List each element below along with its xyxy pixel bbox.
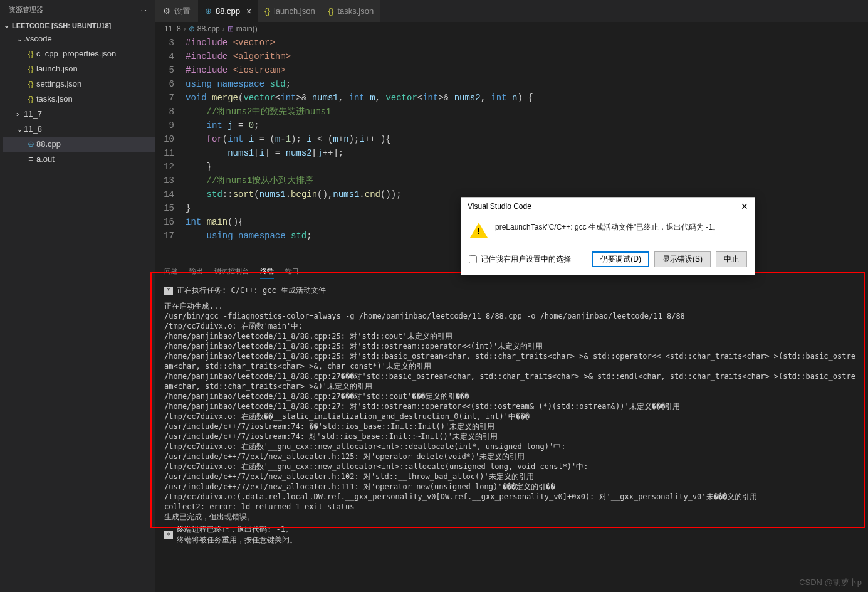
task-badge-icon: * [164,287,173,295]
terminal-line: /tmp/cc7duivx.o: 在函数'__gnu_cxx::new_allo… [164,441,859,452]
checkbox-input[interactable] [469,255,477,263]
tree-item-tasks-json[interactable]: {}tasks.json [3,92,155,107]
tree-item-11_8[interactable]: ⌄11_8 [3,122,155,137]
terminal-footer: 终端进程已终止，退出代码: -1。 [177,524,297,535]
panel-tab-4[interactable]: 端口 [285,264,299,279]
dialog-title: Visual Studio Code [468,202,531,211]
task-label: 正在执行任务: C/C++: gcc 生成活动文件 [177,285,326,296]
tree-item-a-out[interactable]: ≡a.out [3,152,155,167]
tab-设置[interactable]: ⚙设置 [155,0,199,22]
terminal-line: /home/panjinbao/leetcode/11_8/88.cpp:27�… [164,391,859,401]
explorer-title: 资源管理器 [9,5,43,14]
tree-item--vscode[interactable]: ⌄.vscode [3,31,155,46]
warning-icon [470,223,488,238]
breadcrumb-item[interactable]: 88.cpp [197,24,220,33]
remember-checkbox[interactable]: 记住我在用户设置中的选择 [469,254,571,265]
dialog-message: preLaunchTask"C/C++: gcc 生成活动文件"已终止，退出代码… [495,221,746,233]
terminal-line: /usr/include/c++/7/ext/new_allocator.h:1… [164,472,859,482]
terminal-line: /home/panjinbao/leetcode/11_8/88.cpp:25:… [164,351,859,371]
terminal-line: collect2: error: ld returned 1 exit stat… [164,502,859,512]
tree-item-88-cpp[interactable]: ⊕88.cpp [3,137,155,152]
tree-item-launch-json[interactable]: {}launch.json [3,61,155,77]
cpp-icon: ⊕ [189,24,195,33]
chevron-right-icon: › [184,24,186,33]
file-tree: ⌄.vscode{}c_cpp_properties.json{}launch.… [0,31,155,167]
more-icon[interactable]: ··· [141,6,147,14]
terminal-line: /tmp/cc7duivx.o: 在函数'__gnu_cxx::new_allo… [164,462,859,472]
tree-item-11_7[interactable]: ›11_7 [3,107,155,122]
method-icon: ⊞ [227,24,234,33]
tree-item-settings-json[interactable]: {}settings.json [3,77,155,92]
breadcrumb-item[interactable]: 11_8 [164,24,181,33]
terminal-line: /home/panjinbao/leetcode/11_8/88.cpp:27:… [164,401,859,411]
terminal-line: /usr/include/c++/7/ext/new_allocator.h:1… [164,452,859,462]
terminal[interactable]: * 正在执行任务: C/C++: gcc 生成活动文件 正在启动生成.../us… [155,279,868,592]
panel-tab-1[interactable]: 输出 [189,264,203,279]
workspace-header[interactable]: ⌄ LEETCODE [SSH: UBUNTU18] [0,19,155,31]
panel-tab-3[interactable]: 终端 [260,264,274,279]
tab-launch.json[interactable]: {}launch.json [258,0,322,22]
tab-88.cpp[interactable]: ⊕88.cpp× [199,0,258,22]
chevron-down-icon: ⌄ [4,21,9,29]
terminal-line: 正在启动生成... [164,301,859,311]
terminal-line: /usr/include/c++/7/ext/new_allocator.h:1… [164,482,859,492]
abort-button[interactable]: 中止 [716,251,747,267]
close-icon[interactable]: ✕ [741,201,748,211]
bottom-panel: 问题输出调试控制台终端端口 * 正在执行任务: C/C++: gcc 生成活动文… [155,260,868,592]
breadcrumb-item[interactable]: main() [236,24,258,33]
tree-item-c_cpp_properties-json[interactable]: {}c_cpp_properties.json [3,46,155,61]
error-dialog: Visual Studio Code ✕ preLaunchTask"C/C++… [461,197,755,275]
chevron-right-icon: › [222,24,225,33]
terminal-line: /usr/include/c++/7/iostream:74: ��'std::… [164,421,859,431]
breadcrumb[interactable]: 11_8 › ⊕ 88.cpp › ⊞ main() [155,22,868,36]
terminal-line: /tmp/cc7duivx.o:(.data.rel.local.DW.ref.… [164,492,859,502]
terminal-line: /usr/bin/gcc -fdiagnostics-color=always … [164,311,859,321]
tab-tasks.json[interactable]: {}tasks.json [322,0,381,22]
terminal-line: /tmp/cc7duivx.o: 在函数��__static_initializ… [164,411,859,421]
terminal-line: 生成已完成，但出现错误。 [164,512,859,522]
terminal-line: /home/panjinbao/leetcode/11_8/88.cpp:25:… [164,341,859,351]
terminal-line: /usr/include/c++/7/iostream:74: 对'std::i… [164,431,859,441]
terminal-line: /home/panjinbao/leetcode/11_8/88.cpp:25:… [164,331,859,341]
watermark: CSDN @胡萝卜p [799,577,862,588]
checkbox-label: 记住我在用户设置中的选择 [481,254,571,265]
terminal-footer: 终端将被任务重用，按任意键关闭。 [177,535,297,546]
close-icon[interactable]: × [246,6,251,16]
panel-tab-0[interactable]: 问题 [164,264,178,279]
explorer-sidebar: 资源管理器 ··· ⌄ LEETCODE [SSH: UBUNTU18] ⌄.v… [0,0,155,592]
task-badge-icon: * [164,531,173,539]
workspace-name: LEETCODE [SSH: UBUNTU18] [12,22,111,29]
editor-tabs: ⚙设置⊕88.cpp×{}launch.json{}tasks.json [155,0,868,22]
panel-tab-2[interactable]: 调试控制台 [214,264,249,279]
terminal-line: /home/panjinbao/leetcode/11_8/88.cpp:27�… [164,371,859,391]
terminal-line: /tmp/cc7duivx.o: 在函数'main'中: [164,321,859,331]
show-errors-button[interactable]: 显示错误(S) [654,251,711,267]
debug-anyway-button[interactable]: 仍要调试(D) [592,251,649,267]
